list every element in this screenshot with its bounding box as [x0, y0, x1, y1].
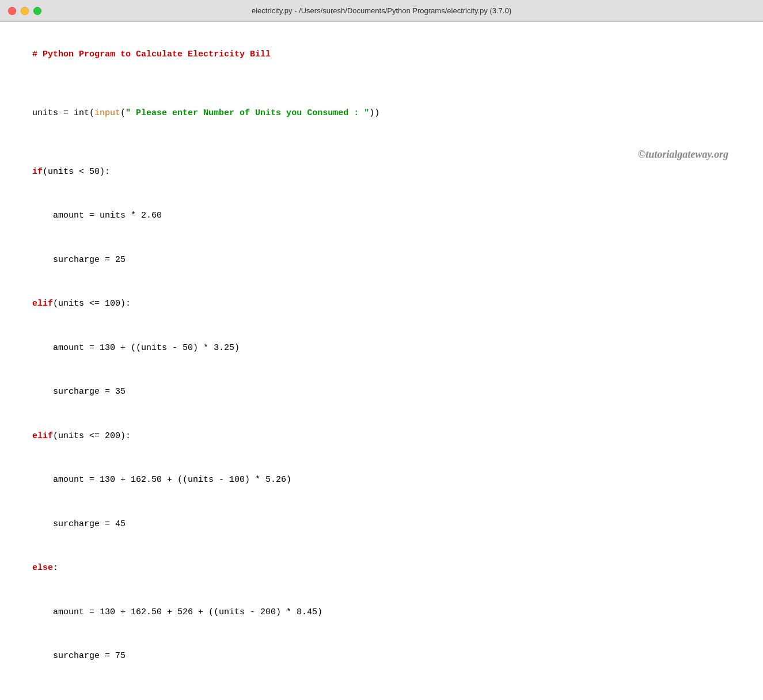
units-line: units = int(input(" Please enter Number …	[12, 91, 751, 135]
elif-100-line: elif(units <= 100):	[12, 282, 751, 326]
input-string: " Please enter Number of Units you Consu…	[126, 108, 369, 118]
close-button[interactable]	[8, 7, 16, 15]
blank-line-3	[12, 678, 751, 693]
code-editor: # Python Program to Calculate Electricit…	[0, 22, 763, 700]
amount-130: amount = 130 + ((units - 50) * 3.25)	[32, 343, 240, 353]
amount-260-line: amount = units * 2.60	[12, 194, 751, 238]
surcharge-45: surcharge = 45	[32, 519, 126, 529]
amount-130-line: amount = 130 + ((units - 50) * 3.25)	[12, 326, 751, 370]
elif-100-cond: (units <= 100):	[53, 299, 131, 309]
amount-526: amount = 130 + 162.50 + 526 + ((units - …	[32, 607, 322, 617]
blank-line-1	[12, 77, 751, 92]
editor-title-bar: electricity.py - /Users/suresh/Documents…	[0, 0, 763, 22]
minimize-button[interactable]	[21, 7, 29, 15]
surcharge-35: surcharge = 35	[32, 387, 126, 397]
amount-526-line: amount = 130 + 162.50 + 526 + ((units - …	[12, 590, 751, 634]
elif-keyword-1: elif	[32, 299, 53, 309]
blank-line-2	[12, 135, 751, 150]
else-colon: :	[53, 563, 58, 573]
paren-close: ))	[369, 108, 379, 118]
elif-keyword-2: elif	[32, 431, 53, 441]
amount-162: amount = 130 + 162.50 + ((units - 100) *…	[32, 475, 291, 485]
elif-200-line: elif(units <= 200):	[12, 414, 751, 458]
editor-title-text: electricity.py - /Users/suresh/Documents…	[252, 6, 511, 15]
else-line: else:	[12, 546, 751, 591]
total-line: total = amount + surcharge	[12, 693, 751, 701]
maximize-button[interactable]	[33, 7, 41, 15]
units-var: units = int(	[32, 108, 94, 118]
amount-162-line: amount = 130 + 162.50 + ((units - 100) *…	[12, 458, 751, 503]
surcharge-75: surcharge = 75	[32, 651, 126, 661]
code-comment-line: # Python Program to Calculate Electricit…	[12, 32, 751, 77]
surcharge-45-line: surcharge = 45	[12, 502, 751, 546]
input-func: input	[94, 108, 120, 118]
surcharge-75-line: surcharge = 75	[12, 634, 751, 679]
surcharge-35-line: surcharge = 35	[12, 370, 751, 414]
if-keyword: if	[32, 167, 43, 177]
else-keyword: else	[32, 563, 53, 573]
if-condition: (units < 50):	[43, 167, 110, 177]
amount-260: amount = units * 2.60	[32, 211, 162, 220]
surcharge-25: surcharge = 25	[32, 255, 126, 265]
surcharge-25-line: surcharge = 25	[12, 238, 751, 282]
watermark-text: ©tutorialgateway.org	[638, 149, 728, 161]
window-controls[interactable]	[8, 7, 41, 15]
paren-open: (	[120, 108, 126, 118]
comment-text: # Python Program to Calculate Electricit…	[32, 50, 271, 59]
elif-200-cond: (units <= 200):	[53, 431, 131, 441]
